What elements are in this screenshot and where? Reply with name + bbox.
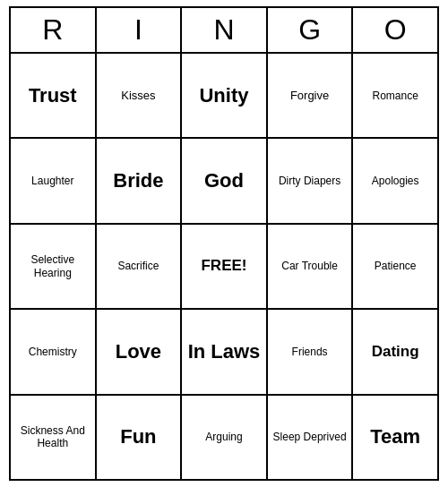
grid-cell-2-3: Car Trouble — [268, 225, 354, 308]
grid-cell-4-2: Arguing — [182, 396, 268, 479]
grid-row-0: TrustKissesUnityForgiveRomance — [11, 54, 437, 139]
grid-row-2: Selective HearingSacrificeFREE!Car Troub… — [11, 225, 437, 310]
header-row: RINGO — [11, 8, 437, 54]
grid-row-4: Sickness And HealthFunArguingSleep Depri… — [11, 396, 437, 479]
grid-cell-2-0: Selective Hearing — [11, 225, 97, 308]
header-letter-O: O — [353, 8, 437, 52]
grid-cell-3-0: Chemistry — [11, 310, 97, 393]
grid-cell-0-3: Forgive — [268, 54, 354, 137]
header-letter-G: G — [268, 8, 354, 52]
header-letter-I: I — [97, 8, 183, 52]
grid-cell-1-0: Laughter — [11, 139, 97, 222]
grid-row-3: ChemistryLoveIn LawsFriendsDating — [11, 310, 437, 395]
header-letter-N: N — [182, 8, 268, 52]
grid-cell-4-4: Team — [353, 396, 437, 479]
grid-cell-0-2: Unity — [182, 54, 268, 137]
grid-cell-0-4: Romance — [353, 54, 437, 137]
grid-cell-1-4: Apologies — [353, 139, 437, 222]
grid-cell-0-0: Trust — [11, 54, 97, 137]
grid-cell-3-3: Friends — [268, 310, 354, 393]
grid-cell-0-1: Kisses — [97, 54, 183, 137]
grid-row-1: LaughterBrideGodDirty DiapersApologies — [11, 139, 437, 224]
grid-cell-1-3: Dirty Diapers — [268, 139, 354, 222]
grid-cell-4-3: Sleep Deprived — [268, 396, 354, 479]
grid-cell-3-1: Love — [97, 310, 183, 393]
header-letter-R: R — [11, 8, 97, 52]
grid-cell-1-2: God — [182, 139, 268, 222]
grid-cell-1-1: Bride — [97, 139, 183, 222]
grid-cell-3-4: Dating — [353, 310, 437, 393]
grid-cell-2-4: Patience — [353, 225, 437, 308]
grid-cell-3-2: In Laws — [182, 310, 268, 393]
bingo-grid: TrustKissesUnityForgiveRomanceLaughterBr… — [11, 54, 437, 479]
grid-cell-2-2: FREE! — [182, 225, 268, 308]
bingo-card: RINGO TrustKissesUnityForgiveRomanceLaug… — [9, 6, 439, 481]
grid-cell-4-0: Sickness And Health — [11, 396, 97, 479]
grid-cell-2-1: Sacrifice — [97, 225, 183, 308]
grid-cell-4-1: Fun — [97, 396, 183, 479]
